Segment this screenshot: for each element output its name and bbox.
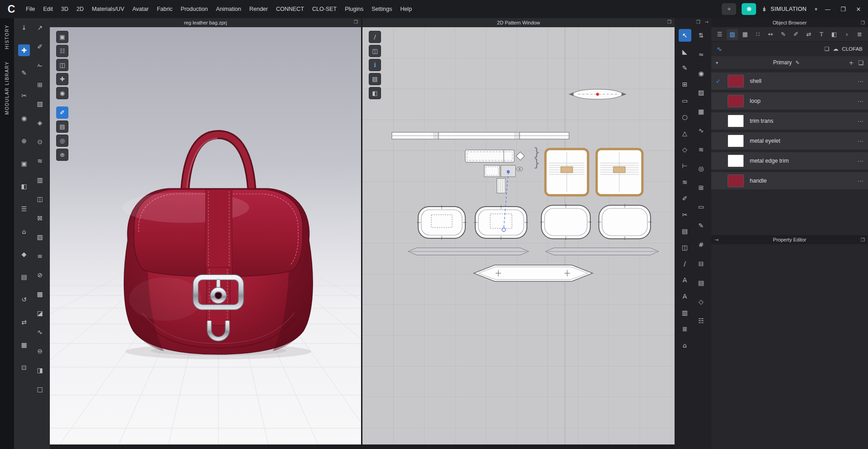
ai-assist-button[interactable]: ✦ xyxy=(722,3,736,15)
view-tool-button[interactable]: ∕ xyxy=(369,31,381,43)
tool-button[interactable]: ⊞ xyxy=(679,78,691,91)
fabric-row[interactable]: ✓ trim trans ⋯ xyxy=(711,112,868,130)
tool-button[interactable]: ✚ xyxy=(18,44,30,56)
tool-button[interactable]: # xyxy=(695,238,708,251)
tool-button[interactable]: ▤ xyxy=(679,225,691,237)
tool-button[interactable]: ☷ xyxy=(695,314,708,327)
tool-button[interactable]: ▨ xyxy=(695,86,708,99)
more-options-icon[interactable]: ⋯ xyxy=(858,178,863,184)
view-tool-button[interactable]: ℹ xyxy=(369,59,381,71)
float-window-icon[interactable]: ❐ xyxy=(354,19,358,24)
menu-item[interactable]: File xyxy=(22,0,39,18)
object-browser-tab[interactable]: ✐ xyxy=(790,29,801,40)
tool-button[interactable]: ≋ xyxy=(34,155,46,167)
tool-button[interactable]: ▦ xyxy=(18,339,30,351)
tool-button[interactable]: ▧ xyxy=(34,98,46,110)
object-browser-header[interactable]: Object Browser ❐ xyxy=(711,18,868,27)
tool-button[interactable]: △ xyxy=(679,127,691,140)
object-browser-tab[interactable]: ▨ xyxy=(727,29,738,40)
tool-button[interactable]: ▩ xyxy=(34,288,46,300)
rail-tab[interactable]: HISTORY xyxy=(5,24,10,49)
pattern-piece-body-panel-4[interactable] xyxy=(598,204,652,240)
tool-button[interactable]: □ xyxy=(34,383,46,395)
handbag-3d-model[interactable] xyxy=(122,135,313,359)
tool-button[interactable]: ◇ xyxy=(695,295,708,308)
pattern-piece-buckle-strap[interactable] xyxy=(465,150,525,162)
selected-point-marker[interactable] xyxy=(596,93,599,96)
object-browser-tab[interactable]: ↔ xyxy=(765,29,776,40)
menu-item[interactable]: 3D xyxy=(57,0,72,18)
view-tool-button[interactable]: ◫ xyxy=(56,59,68,71)
tool-button[interactable]: ▣ xyxy=(18,158,30,169)
tool-button[interactable]: ≡ xyxy=(34,250,46,262)
tool-button[interactable]: ⊕ xyxy=(18,135,30,147)
tool-button[interactable]: ▦ xyxy=(695,105,708,118)
tool-button[interactable]: A xyxy=(679,274,691,286)
more-options-icon[interactable]: ⋯ xyxy=(858,98,863,105)
tool-button[interactable]: ✁ xyxy=(34,60,46,72)
fabric-row[interactable]: ✓ loop ⋯ xyxy=(711,92,868,110)
tool-button[interactable]: ✎ xyxy=(679,62,691,74)
pattern-piece-long-strip[interactable] xyxy=(392,132,569,139)
menu-item[interactable]: Settings xyxy=(367,0,396,18)
tool-button[interactable]: ▭ xyxy=(695,200,708,213)
tool-button[interactable]: ▥ xyxy=(679,306,691,319)
tool-button[interactable]: ↓ xyxy=(18,22,30,34)
tool-button[interactable]: ⊠ xyxy=(34,212,46,224)
view-tool-button[interactable]: ✚ xyxy=(56,73,68,85)
object-browser-tab[interactable]: ▦ xyxy=(739,29,751,40)
view-tool-button[interactable]: ✐ xyxy=(56,106,68,119)
tool-button[interactable]: ⊞ xyxy=(695,181,708,194)
tool-button[interactable]: ↖ xyxy=(679,29,691,42)
float-window-icon[interactable]: ❐ xyxy=(696,19,700,24)
color-swatch[interactable] xyxy=(728,174,744,187)
tool-button[interactable]: ⊖ xyxy=(34,345,46,357)
tool-button[interactable]: ≣ xyxy=(679,323,691,335)
tool-button[interactable]: ≋ xyxy=(695,143,708,156)
tool-button[interactable]: ▭ xyxy=(679,94,691,107)
float-window-icon[interactable]: ❐ xyxy=(667,19,671,24)
fabric-row[interactable]: ✓ metal eyelet ⋯ xyxy=(711,132,868,150)
tool-button[interactable]: ↗ xyxy=(34,22,46,34)
tool-button[interactable]: ≈ xyxy=(695,48,708,61)
tool-button[interactable]: ∿ xyxy=(34,326,46,338)
tool-button[interactable]: ◈ xyxy=(34,117,46,129)
tool-button[interactable]: ⊢ xyxy=(679,159,691,172)
object-browser-tab[interactable]: ✎ xyxy=(777,29,789,40)
tool-button[interactable]: ✎ xyxy=(18,67,30,79)
viewport-3d-titlebar[interactable]: reg leather bag.zprj ❐ xyxy=(50,18,361,27)
minimize-button[interactable]: — xyxy=(823,6,833,13)
tool-button[interactable]: ▤ xyxy=(18,271,30,283)
fabric-row[interactable]: ✓ handle ⋯ xyxy=(711,172,868,189)
pattern-piece-body-panel-3[interactable] xyxy=(540,204,592,240)
tool-button[interactable]: ⊙ xyxy=(34,136,46,148)
view-tool-button[interactable]: ☷ xyxy=(56,45,68,57)
tool-button[interactable]: ✐ xyxy=(34,41,46,53)
tool-button[interactable]: ○ xyxy=(679,111,691,123)
object-browser-tab[interactable]: ∷ xyxy=(752,29,763,40)
tool-button[interactable]: ✂ xyxy=(679,208,691,221)
simulation-dropdown-icon[interactable]: ▾ xyxy=(815,6,817,12)
link-hook-icon[interactable]: ∿ xyxy=(717,45,722,53)
view-tool-button[interactable]: ▤ xyxy=(369,73,381,85)
tool-button[interactable]: ▥ xyxy=(34,174,46,186)
view-tool-button[interactable]: ▤ xyxy=(56,121,68,133)
fabric-row[interactable]: ✓ shell ⋯ xyxy=(711,72,868,90)
tool-button[interactable]: ◎ xyxy=(695,162,708,175)
menu-item[interactable]: Materials/UV xyxy=(88,0,129,18)
tool-button[interactable]: ✎ xyxy=(695,219,708,232)
color-swatch[interactable] xyxy=(728,75,744,87)
object-browser-tab[interactable]: ≣ xyxy=(854,29,865,40)
tool-button[interactable]: ∕ xyxy=(679,257,691,270)
tool-button[interactable]: ◇ xyxy=(679,143,691,156)
view-tool-button[interactable]: ◉ xyxy=(56,87,68,99)
fabric-group-row[interactable]: ▾ Primary ✎ + ❏ xyxy=(711,56,868,69)
collapse-group-icon[interactable]: ▾ xyxy=(716,60,724,65)
pattern-piece-small-tab[interactable] xyxy=(497,179,506,193)
float-window-icon[interactable]: ❐ xyxy=(861,237,865,242)
tool-button[interactable]: ◉ xyxy=(18,112,30,124)
menu-item[interactable]: CLO-SET xyxy=(308,0,341,18)
more-options-icon[interactable]: ⋯ xyxy=(858,78,863,85)
menu-item[interactable]: Help xyxy=(396,0,416,18)
folder-icon[interactable]: ❏ xyxy=(825,46,829,52)
